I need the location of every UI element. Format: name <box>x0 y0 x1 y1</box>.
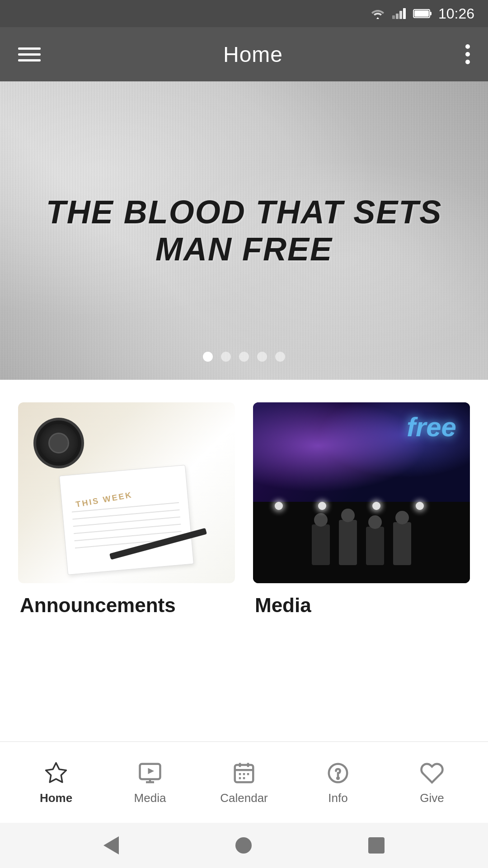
svg-marker-9 <box>148 768 155 774</box>
stage-light-3 <box>372 502 380 510</box>
nav-icon-media <box>136 760 164 787</box>
svg-rect-6 <box>414 10 429 17</box>
notebook-decoration <box>59 465 194 575</box>
slider-dot-4[interactable] <box>257 352 267 362</box>
battery-icon <box>413 8 433 19</box>
hero-title: THE BLOOD THAT SETS MAN FREE <box>0 193 488 268</box>
nav-label-media: Media <box>134 791 166 805</box>
nav-item-give[interactable]: Give <box>385 760 479 805</box>
media-label: Media <box>253 594 470 617</box>
nav-item-home[interactable]: Home <box>9 760 103 805</box>
hamburger-menu-icon[interactable] <box>18 47 41 61</box>
slider-dot-3[interactable] <box>239 352 249 362</box>
nav-icon-info <box>324 760 352 787</box>
android-back-button[interactable] <box>103 836 119 854</box>
back-arrow-icon <box>103 836 119 854</box>
svg-rect-1 <box>396 14 399 19</box>
stage-light-1 <box>275 502 283 510</box>
nav-icon-home <box>42 760 70 787</box>
slider-dot-2[interactable] <box>221 352 231 362</box>
announcements-card-image <box>18 402 235 583</box>
slider-dot-5[interactable] <box>275 352 285 362</box>
cards-grid: Announcements free <box>18 402 470 617</box>
announcements-card[interactable]: Announcements <box>18 402 235 617</box>
nav-item-media[interactable]: Media <box>103 760 197 805</box>
hero-slider: THE BLOOD THAT SETS MAN FREE <box>0 81 488 380</box>
stage-light-4 <box>416 502 424 510</box>
svg-rect-5 <box>430 12 432 15</box>
status-bar: 10:26 <box>0 0 488 27</box>
stage-light-2 <box>318 502 326 510</box>
nav-icon-give <box>418 760 446 787</box>
wifi-icon <box>370 7 386 20</box>
svg-marker-7 <box>46 763 66 783</box>
media-card-image: free <box>253 402 470 583</box>
more-options-icon[interactable] <box>465 44 470 64</box>
recents-square-icon <box>368 837 385 854</box>
status-icons: 10:26 <box>370 5 474 22</box>
camera-decoration <box>36 420 81 466</box>
svg-point-22 <box>337 777 339 779</box>
notebook-lines <box>72 502 183 555</box>
page-title: Home <box>223 42 283 67</box>
android-home-button[interactable] <box>235 837 252 854</box>
nav-label-give: Give <box>420 791 444 805</box>
nav-icon-calendar <box>230 760 258 787</box>
slider-dots <box>203 352 285 362</box>
nav-label-calendar: Calendar <box>220 791 268 805</box>
home-circle-icon <box>235 837 252 854</box>
signal-icon <box>391 7 408 20</box>
announcements-label: Announcements <box>18 594 235 617</box>
content-area: Announcements free <box>0 380 488 741</box>
nav-label-home: Home <box>40 791 72 805</box>
nav-item-info[interactable]: Info <box>291 760 385 805</box>
neon-text: free <box>407 411 456 443</box>
concert-stage <box>253 502 470 583</box>
top-bar: Home <box>0 27 488 81</box>
concert-lights: free <box>253 402 470 511</box>
svg-rect-3 <box>403 8 406 19</box>
media-card[interactable]: free <box>253 402 470 617</box>
bottom-navigation: Home Media <box>0 741 488 823</box>
nav-item-calendar[interactable]: Calendar <box>197 760 291 805</box>
android-recents-button[interactable] <box>368 837 385 854</box>
slider-dot-1[interactable] <box>203 352 213 362</box>
nav-label-info: Info <box>328 791 347 805</box>
status-time: 10:26 <box>438 5 474 22</box>
android-nav-bar <box>0 823 488 868</box>
svg-rect-2 <box>399 11 402 19</box>
svg-rect-0 <box>392 15 395 19</box>
